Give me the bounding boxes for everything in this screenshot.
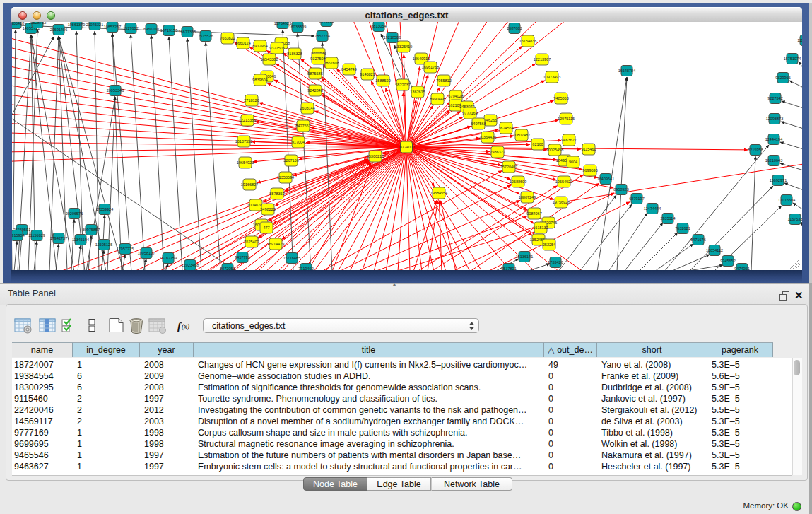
svg-text:3267130: 3267130 [283,158,298,163]
svg-text:16648784: 16648784 [618,69,635,73]
svg-text:1733426: 1733426 [548,260,563,264]
svg-text:9777169: 9777169 [462,111,477,115]
svg-text:20691406: 20691406 [50,28,67,32]
svg-text:7485063: 7485063 [553,96,568,100]
svg-text:20053346: 20053346 [107,88,124,93]
svg-text:11124750: 11124750 [797,38,802,42]
svg-text:20206576: 20206576 [66,211,83,216]
svg-text:7955812: 7955812 [436,78,451,83]
svg-text:10688609: 10688609 [510,180,526,184]
svg-text:16409541: 16409541 [597,177,614,181]
svg-text:6497568: 6497568 [471,122,486,126]
svg-text:9457791: 9457791 [235,255,249,259]
svg-text:10107552: 10107552 [235,139,252,144]
svg-text:(x): (x) [182,322,190,331]
svg-text:12093873: 12093873 [766,117,783,121]
svg-text:19654923: 19654923 [237,160,254,165]
svg-text:15720407: 15720407 [500,165,517,169]
svg-text:8912954: 8912954 [252,44,267,48]
svg-text:10025458: 10025458 [546,148,563,152]
svg-text:9474051: 9474051 [734,267,749,270]
svg-text:15751074: 15751074 [784,57,801,61]
svg-text:252254: 252254 [543,243,555,247]
svg-text:8813054: 8813054 [371,24,386,28]
svg-text:2603144: 2603144 [300,106,314,110]
svg-text:17942737: 17942737 [50,236,67,240]
svg-text:15716485: 15716485 [283,256,300,260]
svg-text:21046321: 21046321 [86,23,103,27]
svg-text:12213967: 12213967 [534,57,551,62]
svg-text:2935114: 2935114 [660,216,675,221]
svg-text:19218506: 19218506 [384,35,401,40]
svg-text:12905418: 12905418 [12,22,24,25]
svg-text:10853267: 10853267 [104,25,121,29]
svg-text:5822037: 5822037 [395,83,410,87]
svg-text:1588520: 1588520 [375,78,390,83]
svg-text:1362615: 1362615 [410,90,425,94]
svg-text:9329966: 9329966 [775,76,790,80]
svg-text:9242848: 9242848 [307,88,322,93]
svg-text:16543382: 16543382 [261,57,278,62]
svg-text:12444194: 12444194 [765,137,782,141]
svg-text:9537801: 9537801 [501,267,516,270]
svg-text:18640910: 18640910 [413,57,430,61]
svg-text:12975115: 12975115 [558,117,575,121]
svg-text:9839604: 9839604 [252,78,267,82]
svg-text:19654923: 19654923 [555,180,572,184]
svg-text:30975857: 30975857 [83,228,100,232]
svg-text:9227342: 9227342 [767,96,782,100]
svg-text:12213389: 12213389 [239,118,256,122]
svg-text:7663822: 7663822 [220,36,235,40]
svg-text:9604: 9604 [569,160,577,164]
svg-text:8990448: 8990448 [430,97,445,101]
svg-text:16033809: 16033809 [289,25,306,29]
svg-text:11345194: 11345194 [72,238,89,242]
svg-text:8454749: 8454749 [341,67,356,71]
svg-text:9115460: 9115460 [581,147,596,151]
svg-text:8878352: 8878352 [269,192,284,196]
svg-text:19384554: 19384554 [430,191,447,195]
svg-text:9699695: 9699695 [582,168,597,173]
svg-text:1615132: 1615132 [533,226,548,230]
svg-text:20528752: 20528752 [29,22,46,25]
svg-text:1527602: 1527602 [123,26,138,30]
svg-text:9146821: 9146821 [360,72,375,76]
svg-text:2087682: 2087682 [507,26,522,30]
svg-text:3624554: 3624554 [498,126,513,130]
svg-text:8660124: 8660124 [235,41,250,45]
svg-text:9463627: 9463627 [561,138,576,142]
svg-text:10654112: 10654112 [706,248,723,252]
svg-text:7515526: 7515526 [198,34,213,38]
svg-text:1167533: 1167533 [787,217,802,221]
svg-text:16671355: 16671355 [179,30,196,34]
svg-text:17957225: 17957225 [117,247,134,251]
svg-text:20364436: 20364436 [479,135,496,139]
svg-text:8471676: 8471676 [690,238,705,242]
svg-text:19756928: 19756928 [553,200,570,204]
svg-text:5875685: 5875685 [307,71,322,76]
svg-text:10807487: 10807487 [513,133,530,137]
svg-text:2867608: 2867608 [324,61,339,65]
svg-text:9245652: 9245652 [720,259,735,263]
svg-text:16914479: 16914479 [267,242,284,246]
svg-text:16154836: 16154836 [519,39,536,43]
svg-text:477: 477 [263,226,269,230]
svg-text:16210643: 16210643 [765,158,782,163]
svg-text:19166827: 19166827 [241,182,258,187]
svg-text:6966160: 6966160 [143,27,158,31]
svg-text:8472051: 8472051 [220,267,235,270]
svg-text:8958923: 8958923 [613,187,628,192]
svg-text:2718126: 2718126 [244,98,259,103]
svg-text:10719155: 10719155 [160,28,177,33]
svg-text:16782759: 16782759 [160,256,177,260]
svg-text:6879197: 6879197 [629,197,644,201]
svg-text:8186328: 8186328 [287,52,302,56]
svg-text:9327505: 9327505 [269,46,284,50]
svg-text:18807249: 18807249 [519,195,536,199]
svg-text:9046512: 9046512 [319,22,334,23]
svg-text:62160: 62160 [532,142,543,146]
svg-text:12474444: 12474444 [644,206,661,211]
svg-text:6794028: 6794028 [448,94,463,98]
svg-text:12923468: 12923468 [182,263,199,267]
svg-text:7986322: 7986322 [490,150,505,154]
